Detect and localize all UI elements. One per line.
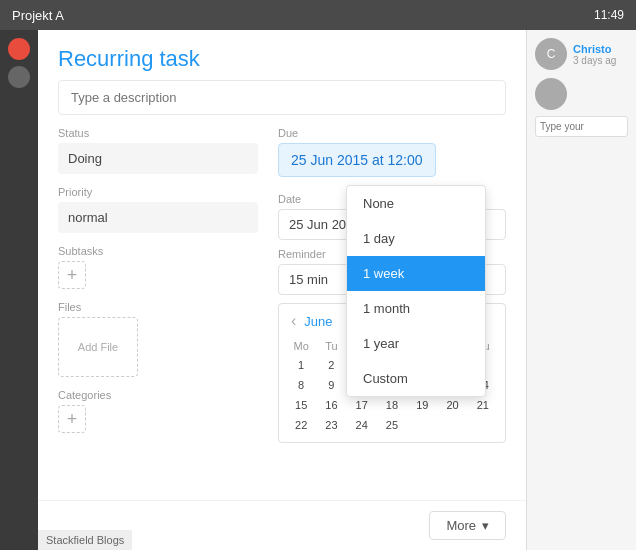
project-title: Projekt A [12,8,64,23]
dropdown-item[interactable]: 1 day [347,221,485,256]
cal-day[interactable]: 2 [317,356,345,374]
cal-day [438,416,466,434]
description-wrapper [38,80,526,115]
right-column: Due 25 Jun 2015 at 12:00 Date 25 Jun 201… [278,127,506,447]
due-section: Due 25 Jun 2015 at 12:00 [278,127,506,185]
cal-day[interactable]: 15 [287,396,315,414]
user-time: 3 days ag [573,55,616,66]
description-input[interactable] [58,80,506,115]
user-name: Christo [573,43,616,55]
cal-month: June [304,314,332,329]
add-subtask-button[interactable]: + [58,261,86,289]
chevron-down-icon: ▾ [482,518,489,533]
bottom-blog-name: Stackfield Blogs [38,530,132,550]
modal-header: Recurring task [38,30,526,80]
modal-title: Recurring task [58,46,506,72]
due-label: Due [278,127,506,139]
sidebar-dot-1[interactable] [8,38,30,60]
cal-day[interactable]: 8 [287,376,315,394]
subtasks-label: Subtasks [58,245,258,257]
top-bar: Projekt A 11:49 [0,0,636,30]
priority-label: Priority [58,186,258,198]
dropdown-item[interactable]: 1 week [347,256,485,291]
categories-label: Categories [58,389,258,401]
left-column: Status Doing Priority normal Subtasks + … [58,127,258,447]
cal-day[interactable]: 19 [408,396,436,414]
sidebar [0,30,38,550]
cal-day[interactable]: 21 [469,396,497,414]
cal-day-header: Tu [317,338,345,354]
status-value[interactable]: Doing [58,143,258,174]
dropdown-item[interactable]: Custom [347,361,485,396]
more-label: More [446,518,476,533]
add-file-button[interactable]: Add File [58,317,138,377]
modal-body: Status Doing Priority normal Subtasks + … [38,127,526,447]
top-bar-time: 11:49 [594,8,624,22]
files-label: Files [58,301,258,313]
cal-day[interactable]: 23 [317,416,345,434]
cal-day[interactable]: 17 [348,396,376,414]
avatar: C [535,38,567,70]
cal-day[interactable]: 22 [287,416,315,434]
cal-day[interactable]: 18 [378,396,406,414]
more-button[interactable]: More ▾ [429,511,506,540]
due-value[interactable]: 25 Jun 2015 at 12:00 [278,143,436,177]
recurring-dropdown: None1 day1 week1 month1 yearCustom [346,185,486,397]
cal-day[interactable]: 1 [287,356,315,374]
status-label: Status [58,127,258,139]
right-panel-user: C Christo 3 days ag [535,38,628,70]
avatar-2 [535,78,567,110]
add-category-button[interactable]: + [58,405,86,433]
cal-day[interactable]: 9 [317,376,345,394]
cal-day[interactable]: 24 [348,416,376,434]
cal-day[interactable]: 25 [378,416,406,434]
cal-day[interactable]: 20 [438,396,466,414]
cal-day[interactable]: 16 [317,396,345,414]
cal-day-header: Mo [287,338,315,354]
user-info: Christo 3 days ag [573,43,616,66]
dropdown-item[interactable]: 1 year [347,326,485,361]
cal-prev-button[interactable]: ‹ [287,312,300,330]
priority-value[interactable]: normal [58,202,258,233]
cal-day [469,416,497,434]
cal-day [408,416,436,434]
sidebar-dot-2[interactable] [8,66,30,88]
main-modal: Recurring task Status Doing Priority nor… [38,30,526,550]
dropdown-item[interactable]: None [347,186,485,221]
right-panel: C Christo 3 days ag [526,30,636,550]
dropdown-item[interactable]: 1 month [347,291,485,326]
right-panel-input[interactable] [535,116,628,137]
